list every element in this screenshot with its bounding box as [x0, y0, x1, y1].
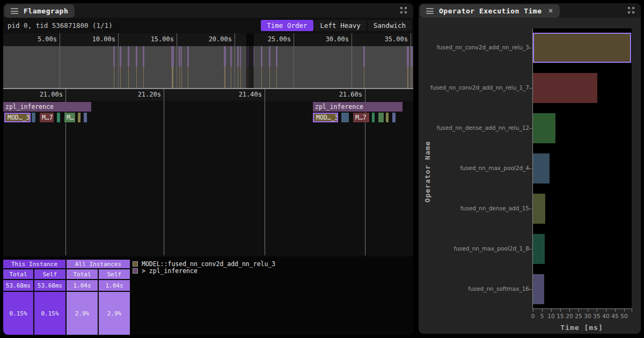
stats-value: 53.68ms: [34, 280, 65, 291]
minimap-viewport[interactable]: [246, 33, 254, 88]
legend-swatch: [133, 261, 138, 267]
stats-percent: 2.9%: [99, 292, 130, 335]
chart-ytick-label: fused_nn_softmax_16: [468, 285, 529, 292]
stats-value: 53.68ms: [3, 280, 33, 291]
close-icon[interactable]: ×: [548, 7, 553, 15]
chart-ylabel: Operator Name: [423, 141, 431, 203]
minimap-trace-bar: [114, 67, 114, 88]
stats-col-total: Total: [3, 269, 33, 279]
flame-frame[interactable]: [392, 113, 396, 122]
minimap-axis-label: 15.00s: [151, 35, 174, 43]
chart-bar[interactable]: [533, 234, 545, 264]
flame-frame[interactable]: M…: [64, 113, 75, 122]
minimap-trace-bar: [172, 67, 173, 88]
chart-ytick: [529, 88, 532, 89]
chart-bar[interactable]: [533, 153, 550, 183]
detail-gridline: [164, 89, 164, 255]
chart-ytick: [529, 249, 532, 249]
flame-frame[interactable]: [386, 113, 389, 122]
chart-xtick: [624, 309, 625, 312]
chart-ytick: [529, 48, 532, 48]
operator-tab[interactable]: Operator Execution Time ×: [420, 4, 560, 18]
minimap-axis-label: 30.00s: [326, 35, 349, 43]
minimap-trace-bar: [364, 67, 364, 88]
view-mode-tabs: Time Order Left Heavy Sandwich: [261, 20, 412, 31]
detail-axis-label: 21.40s: [239, 91, 262, 98]
flamegraph-tab[interactable]: Flamegraph: [4, 4, 75, 18]
chart-xtick: [569, 309, 570, 312]
chart-plot-area: [532, 28, 632, 309]
tab-sandwich[interactable]: Sandwich: [368, 20, 412, 31]
flame-frame[interactable]: M…7: [353, 113, 369, 122]
minimap-trace-bar: [120, 67, 121, 88]
expand-icon[interactable]: [627, 6, 635, 14]
chart-xtick: [542, 309, 543, 312]
flame-frame[interactable]: [84, 113, 87, 122]
chart-bar[interactable]: [533, 33, 631, 63]
operator-chart: Time [ms] Operator Name fused_nn_conv2d_…: [419, 18, 641, 334]
minimap-trace-bar: [261, 46, 262, 67]
chart-ytick: [529, 168, 532, 169]
flame-frame[interactable]: [378, 113, 384, 122]
chart-xtick: [597, 309, 597, 312]
minimap-trace-bar: [136, 46, 137, 67]
tab-time-order[interactable]: Time Order: [261, 20, 313, 31]
minimap-gridline: [235, 33, 235, 88]
chart-bar[interactable]: [533, 73, 597, 103]
minimap-gridline: [294, 33, 294, 88]
menu-icon[interactable]: [426, 8, 434, 14]
chart-ytick-label: fused_nn_conv2d_add_nn_relu_1_7: [430, 84, 529, 91]
stats-value: 1.04s: [67, 280, 98, 291]
window-title: Flamegraph: [24, 7, 68, 15]
chart-ytick-label: fused_nn_max_pool2d_1_8: [453, 245, 529, 252]
minimap-trace-bar: [276, 67, 277, 88]
minimap-trace-bar: [276, 46, 277, 67]
minimap-trace-bar: [136, 67, 137, 88]
flame-frame[interactable]: [57, 113, 60, 122]
flame-frame[interactable]: [341, 113, 349, 122]
minimap-trace-bar: [181, 67, 182, 88]
flamegraph-titlebar: Flamegraph: [3, 3, 413, 18]
stats-value: 1.04s: [99, 280, 130, 291]
chart-ytick-label: fused_nn_dense_add_15: [460, 205, 529, 211]
chart-xtick: [588, 309, 588, 312]
chart-bar[interactable]: [533, 113, 555, 143]
flame-frame[interactable]: [372, 113, 375, 122]
stats-col-self: Self: [34, 269, 65, 279]
chart-ytick: [529, 128, 532, 129]
chart-xtick: [579, 309, 579, 312]
detail-axis-label: 21.20s: [138, 91, 161, 98]
flamegraph-minimap[interactable]: 5.00s10.00s15.00s20.00s25.00s30.00s35.00…: [3, 33, 413, 88]
flame-frame-root[interactable]: zpl_inference: [313, 102, 402, 112]
chart-bar[interactable]: [533, 274, 544, 304]
flamegraph-detail[interactable]: 21.00s21.20s21.40s21.60szpl_inferenceMOD…: [3, 88, 413, 256]
flamegraph-window: Flamegraph pid 0, tid 536871800 (1/1) Ti…: [3, 3, 413, 335]
minimap-gridline: [177, 33, 177, 88]
detail-axis-label: 21.60s: [339, 91, 362, 98]
minimap-axis-label: 35.00s: [385, 35, 408, 43]
legend-swatch: [133, 268, 138, 274]
chart-ytick-label: fused_nn_conv2d_add_nn_relu_3: [437, 44, 529, 50]
chart-bar[interactable]: [533, 194, 545, 224]
menu-icon[interactable]: [11, 8, 18, 14]
flame-frame[interactable]: [32, 113, 35, 122]
minimap-gridline: [118, 33, 119, 88]
flame-frame[interactable]: [78, 113, 80, 122]
chart-ytick-label: fused_nn_max_pool2d_4: [460, 165, 529, 171]
minimap-trace-bar: [407, 46, 409, 67]
stats-percent: 0.15%: [34, 292, 65, 335]
chart-ytick-label: fused_nn_dense_add_nn_relu_12: [437, 124, 529, 131]
legend-label: MODEL::fused_nn_conv2d_add_nn_relu_3: [142, 260, 275, 268]
tab-left-heavy[interactable]: Left Heavy: [314, 20, 367, 31]
flame-frame-root[interactable]: zpl_inference: [3, 102, 91, 112]
minimap-trace-bar: [128, 67, 129, 88]
flame-frame[interactable]: MOD…_3: [313, 113, 338, 122]
minimap-trace-bar: [269, 67, 270, 88]
flame-frame[interactable]: M…7: [40, 113, 54, 122]
stats-panel: This Instance All Instances Total Self T…: [3, 256, 413, 335]
legend-item: > zpl_inference: [133, 267, 197, 275]
chart-xtick: [551, 309, 552, 312]
minimap-trace-bar: [411, 46, 413, 67]
expand-icon[interactable]: [399, 6, 408, 14]
flame-frame[interactable]: MOD…_3: [4, 113, 31, 122]
